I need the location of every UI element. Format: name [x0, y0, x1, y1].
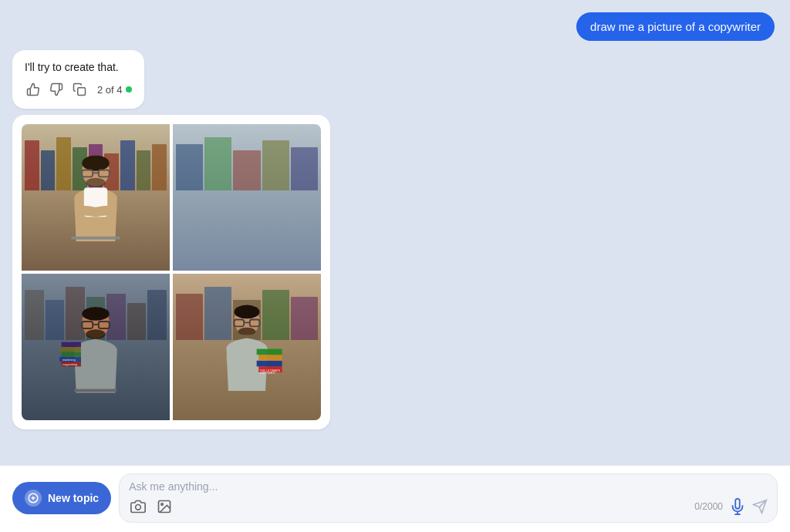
user-bubble: draw me a picture of a copywriter: [576, 12, 775, 41]
svg-point-27: [86, 329, 105, 339]
photo-button[interactable]: [129, 497, 147, 516]
svg-rect-44: [258, 355, 282, 361]
ai-actions: 2 of 4: [25, 81, 132, 98]
svg-text:copywriting: copywriting: [62, 363, 77, 366]
grid-image-3[interactable]: copywriting marketing: [22, 274, 170, 420]
copy-button[interactable]: [71, 81, 88, 98]
ai-response-row: I'll try to create that.: [12, 50, 778, 429]
svg-rect-30: [62, 352, 81, 356]
svg-point-53: [161, 503, 164, 506]
svg-text:COPYWRIT...: COPYWRIT...: [259, 372, 277, 375]
svg-rect-35: [74, 389, 117, 392]
ai-text-bubble: I'll try to create that.: [12, 50, 144, 109]
svg-rect-45: [257, 349, 282, 355]
char-count: 0/2000: [694, 501, 723, 512]
input-area: 0/2000: [119, 473, 778, 523]
svg-point-2: [82, 156, 109, 171]
input-icons-left: [129, 497, 174, 516]
user-message-text: draw me a picture of a copywriter: [590, 20, 761, 33]
svg-point-23: [82, 307, 109, 321]
page-indicator: 2 of 4: [97, 84, 132, 96]
bottom-bar: New topic: [0, 465, 790, 532]
grid-image-1[interactable]: [22, 124, 170, 271]
svg-point-51: [136, 505, 141, 510]
svg-point-37: [235, 305, 260, 319]
new-topic-label: New topic: [48, 492, 99, 504]
new-topic-icon: [25, 490, 42, 507]
svg-rect-31: [60, 347, 81, 352]
image-grid: GUIDE TO COPYWRITING CopyWriting writing…: [22, 124, 321, 420]
svg-rect-43: [257, 361, 282, 367]
image-button[interactable]: [155, 497, 174, 516]
page-indicator-text: 2 of 4: [97, 84, 123, 96]
svg-point-41: [238, 328, 256, 335]
mic-button[interactable]: [729, 498, 746, 515]
grid-image-2[interactable]: GUIDE TO COPYWRITING CopyWriting writing…: [173, 124, 321, 271]
status-dot: [126, 86, 132, 93]
image-grid-container: GUIDE TO COPYWRITING CopyWriting writing…: [12, 115, 330, 429]
grid-image-4[interactable]: THE ULTIMATE COPYWRIT...: [173, 274, 321, 420]
ai-response-text: I'll try to create that.: [25, 61, 132, 73]
svg-rect-8: [71, 237, 120, 240]
svg-point-6: [86, 178, 105, 188]
send-button[interactable]: [752, 499, 768, 514]
chat-area: draw me a picture of a copywriter I'll t…: [0, 0, 790, 465]
thumbup-button[interactable]: [25, 81, 42, 98]
thumbdown-button[interactable]: [48, 81, 65, 98]
input-bottom-row: 0/2000: [129, 497, 768, 516]
svg-text:marketing: marketing: [62, 359, 76, 362]
new-topic-button[interactable]: New topic: [12, 482, 111, 514]
user-message-row: draw me a picture of a copywriter: [12, 12, 778, 41]
chat-input[interactable]: [129, 480, 768, 493]
svg-rect-32: [62, 342, 81, 347]
svg-rect-0: [78, 88, 86, 96]
